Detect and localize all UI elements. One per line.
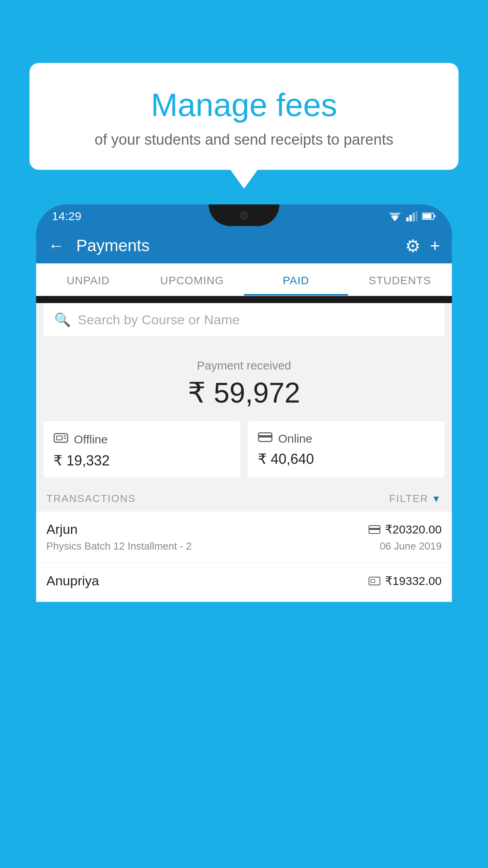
svg-rect-3 xyxy=(409,215,412,221)
transaction-amount-row: ₹19332.00 xyxy=(369,574,442,588)
transaction-details: Physics Batch 12 Installment - 2 06 June… xyxy=(46,540,442,552)
status-time: 14:29 xyxy=(52,210,81,223)
phone-mockup: 14:29 xyxy=(36,204,452,868)
search-icon: 🔍 xyxy=(54,312,71,327)
svg-rect-10 xyxy=(57,436,62,440)
online-label: Online xyxy=(278,432,312,445)
transaction-date: 06 June 2019 xyxy=(380,540,442,552)
tab-students[interactable]: STUDENTS xyxy=(348,263,452,296)
svg-rect-18 xyxy=(371,579,375,583)
transaction-name: Arjun xyxy=(46,522,77,537)
search-placeholder: Search by Course or Name xyxy=(78,312,240,327)
payment-type-icon xyxy=(369,525,380,534)
svg-rect-4 xyxy=(413,213,415,221)
payment-total-amount: ₹ 59,972 xyxy=(36,376,452,409)
svg-rect-16 xyxy=(369,528,380,530)
svg-rect-7 xyxy=(423,214,431,219)
transaction-item: Arjun ₹20320.00 Physics Batch 12 Install… xyxy=(36,511,452,563)
payment-received-section: Payment received ₹ 59,972 xyxy=(36,343,452,421)
app-header: ← Payments ⚙ + xyxy=(36,228,452,263)
offline-card: Offline ₹ 19,332 xyxy=(43,421,240,478)
offline-icon xyxy=(53,431,68,448)
transaction-course: Physics Batch 12 Installment - 2 xyxy=(46,540,192,552)
transaction-amount-row: ₹20320.00 xyxy=(369,522,442,536)
back-button[interactable]: ← xyxy=(48,236,64,255)
signal-icon xyxy=(406,211,417,221)
payment-cards-row: Offline ₹ 19,332 Online xyxy=(43,421,445,478)
bubble-title: Manage fees xyxy=(49,86,439,123)
svg-marker-1 xyxy=(389,213,401,218)
tabs-bar: UNPAID UPCOMING PAID STUDENTS xyxy=(36,263,452,296)
add-icon[interactable]: + xyxy=(430,236,440,256)
camera xyxy=(240,211,248,220)
svg-rect-2 xyxy=(406,217,409,221)
tab-upcoming[interactable]: UPCOMING xyxy=(140,263,244,296)
tab-paid[interactable]: PAID xyxy=(244,263,348,296)
transaction-item: Anupriya ₹19332.00 xyxy=(36,563,452,602)
battery-icon xyxy=(422,212,436,220)
bubble-subtitle: of your students and send receipts to pa… xyxy=(49,131,439,148)
svg-rect-17 xyxy=(369,577,380,585)
status-icons xyxy=(388,211,436,221)
payment-received-label: Payment received xyxy=(36,359,452,372)
svg-rect-5 xyxy=(416,211,417,221)
app-content: 🔍 Search by Course or Name Payment recei… xyxy=(36,303,452,602)
header-actions: ⚙ + xyxy=(405,236,440,256)
notch xyxy=(209,204,279,226)
filter-button[interactable]: FILTER ▼ xyxy=(389,493,442,505)
search-bar[interactable]: 🔍 Search by Course or Name xyxy=(43,303,445,336)
phone-body: 14:29 xyxy=(36,204,452,602)
svg-rect-14 xyxy=(259,435,272,438)
header-title: Payments xyxy=(76,236,397,255)
offline-label: Offline xyxy=(74,433,108,446)
svg-rect-8 xyxy=(434,215,436,217)
transaction-amount: ₹20320.00 xyxy=(385,522,442,536)
online-card: Online ₹ 40,640 xyxy=(248,421,445,478)
offline-amount: ₹ 19,332 xyxy=(53,452,230,469)
tab-unpaid[interactable]: UNPAID xyxy=(36,263,140,296)
settings-icon[interactable]: ⚙ xyxy=(405,236,420,256)
wifi-icon xyxy=(388,211,402,221)
transaction-name: Anupriya xyxy=(46,573,99,588)
online-icon xyxy=(258,431,273,446)
transaction-amount: ₹19332.00 xyxy=(385,574,442,588)
speech-bubble: Manage fees of your students and send re… xyxy=(29,63,459,170)
transactions-header: TRANSACTIONS FILTER ▼ xyxy=(36,485,452,511)
filter-icon: ▼ xyxy=(431,493,442,504)
payment-type-icon xyxy=(369,576,380,587)
online-amount: ₹ 40,640 xyxy=(258,451,435,467)
status-bar: 14:29 xyxy=(36,204,452,228)
transactions-label: TRANSACTIONS xyxy=(46,493,136,505)
